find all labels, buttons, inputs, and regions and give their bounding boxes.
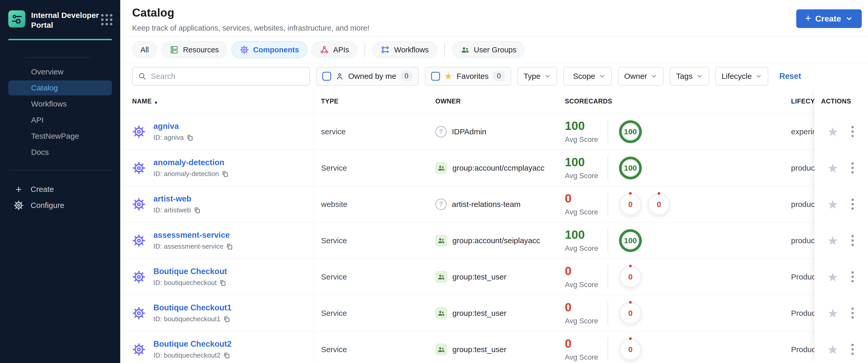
entity-id: ID: anomaly-detection bbox=[153, 170, 229, 178]
workflows-icon bbox=[381, 45, 390, 55]
portal-logo-icon bbox=[8, 10, 25, 28]
sidebar-item-docs[interactable]: Docs bbox=[8, 145, 112, 160]
kebab-menu-button[interactable] bbox=[850, 342, 855, 357]
scorecard-badge[interactable]: 0 bbox=[619, 302, 642, 325]
sidebar-item-workflows[interactable]: Workflows bbox=[8, 96, 112, 112]
entity-name-link[interactable]: agniva bbox=[153, 122, 193, 131]
entity-name-link[interactable]: Boutique Checkout bbox=[153, 267, 227, 276]
scorecard-badge[interactable]: 100 bbox=[619, 120, 642, 143]
copy-icon[interactable] bbox=[219, 279, 226, 286]
filter-dropdown-lifecycle[interactable]: Lifecycle bbox=[715, 67, 769, 86]
score-divider bbox=[608, 229, 608, 252]
score-divider bbox=[608, 192, 608, 216]
favorite-star-button[interactable]: ★ bbox=[827, 271, 838, 283]
tab-apis[interactable]: APIs bbox=[311, 41, 357, 58]
scorecard-badge[interactable]: 0 bbox=[619, 266, 642, 288]
scorecard-badge[interactable]: 100 bbox=[619, 157, 642, 179]
avg-score-label: Avg Score bbox=[565, 317, 598, 325]
tab-all[interactable]: All bbox=[132, 41, 157, 58]
column-header-type[interactable]: TYPE bbox=[321, 97, 338, 105]
entity-type: service bbox=[321, 114, 346, 150]
copy-icon[interactable] bbox=[226, 243, 233, 250]
favorite-star-button[interactable]: ★ bbox=[827, 307, 838, 320]
apps-grid-icon[interactable] bbox=[101, 14, 113, 25]
avg-score-value: 100 bbox=[565, 156, 585, 168]
favorite-star-button[interactable]: ★ bbox=[827, 343, 838, 356]
entity-name-link[interactable]: assessment-service bbox=[153, 231, 233, 240]
sidebar-item-testnewpage[interactable]: TestNewPage bbox=[8, 129, 112, 144]
sidebar-item-api[interactable]: API bbox=[8, 113, 112, 127]
column-header-owner[interactable]: OWNER bbox=[435, 97, 461, 105]
scorecard-badges: 0 bbox=[619, 331, 642, 363]
scorecard-badge[interactable]: 100 bbox=[619, 229, 642, 252]
kebab-menu-button[interactable] bbox=[850, 306, 855, 320]
reset-filters-link[interactable]: Reset bbox=[779, 71, 801, 81]
avg-score-value: 0 bbox=[565, 338, 571, 350]
kebab-menu-button[interactable] bbox=[850, 270, 855, 284]
table-header: NAME▲ TYPE OWNER SCORECARDS LIFECYCLE AC… bbox=[120, 89, 868, 113]
entity-cell: agniva ID: agniva bbox=[132, 114, 193, 150]
filter-dropdown-scope[interactable]: Scope bbox=[563, 67, 612, 86]
sidebar-item-catalog[interactable]: Catalog bbox=[8, 80, 112, 95]
favorite-star-button[interactable]: ★ bbox=[827, 125, 838, 138]
column-header-scorecards[interactable]: SCORECARDS bbox=[565, 97, 612, 105]
entity-id: ID: agniva bbox=[153, 133, 193, 142]
avg-score-value: 100 bbox=[565, 120, 585, 132]
entity-lifecycle: production bbox=[791, 222, 815, 259]
tab-workflows[interactable]: Workflows bbox=[372, 41, 437, 58]
favorites-checkbox[interactable] bbox=[431, 72, 440, 81]
copy-icon[interactable] bbox=[223, 315, 230, 323]
user-groups-icon bbox=[460, 45, 470, 55]
create-button[interactable]: + Create bbox=[796, 9, 862, 28]
owner-name: group:test_user bbox=[453, 345, 506, 354]
owner-name: group:test_user bbox=[453, 309, 506, 317]
filter-dropdown-tags[interactable]: Tags bbox=[670, 67, 709, 86]
favorites-filter[interactable]: ★ Favorites 0 bbox=[425, 67, 511, 86]
copy-icon[interactable] bbox=[193, 207, 201, 214]
tab-divider bbox=[444, 42, 445, 57]
scorecard-badge[interactable]: 0 bbox=[619, 193, 642, 216]
kebab-menu-button[interactable] bbox=[850, 197, 855, 211]
sidebar-footer-create[interactable]: +Create bbox=[8, 181, 112, 197]
scorecard-badge[interactable]: 0 bbox=[648, 193, 670, 216]
tab-resources[interactable]: Resources bbox=[161, 41, 227, 58]
entity-name-link[interactable]: anomaly-detection bbox=[153, 158, 229, 167]
filter-dropdown-type[interactable]: Type bbox=[518, 67, 557, 86]
column-header-lifecycle[interactable]: LIFECYCLE bbox=[791, 97, 816, 105]
entity-name-link[interactable]: Boutique Checkout2 bbox=[153, 339, 231, 349]
row-actions: ★ bbox=[814, 295, 868, 331]
filter-dropdown-owner[interactable]: Owner bbox=[618, 67, 663, 86]
favorite-star-icon: ★ bbox=[444, 71, 453, 81]
sidebar: Internal Developer Portal OverviewCatalo… bbox=[0, 0, 120, 363]
sidebar-item-overview[interactable]: Overview bbox=[8, 64, 112, 79]
kebab-menu-button[interactable] bbox=[850, 161, 855, 175]
component-gear-icon bbox=[132, 234, 146, 247]
copy-icon[interactable] bbox=[186, 134, 193, 141]
favorite-star-button[interactable]: ★ bbox=[827, 198, 838, 211]
score-divider bbox=[608, 338, 608, 361]
owner-name: group:account/ccmplayacc bbox=[453, 163, 545, 173]
entity-owner: ?IDPAdmin bbox=[435, 114, 486, 150]
owned-by-me-checkbox[interactable] bbox=[322, 72, 331, 81]
column-header-name[interactable]: NAME▲ bbox=[132, 97, 158, 105]
owned-by-me-label: Owned by me bbox=[348, 72, 396, 81]
scorecard-badge[interactable]: 0 bbox=[619, 338, 642, 361]
tab-user-groups[interactable]: User Groups bbox=[452, 41, 525, 58]
search-box[interactable] bbox=[132, 67, 310, 86]
search-input[interactable] bbox=[151, 72, 304, 81]
entity-name-link[interactable]: artist-web bbox=[153, 194, 201, 204]
copy-icon[interactable] bbox=[223, 352, 230, 359]
sidebar-nav: OverviewCatalogWorkflowsAPITestNewPageDo… bbox=[0, 64, 120, 160]
row-actions: ★ bbox=[814, 114, 868, 150]
avg-score-cell: 0 Avg Score bbox=[565, 295, 598, 331]
kebab-menu-button[interactable] bbox=[850, 124, 855, 139]
copy-icon[interactable] bbox=[221, 170, 229, 178]
sidebar-footer-configure[interactable]: Configure bbox=[8, 197, 112, 213]
favorite-star-button[interactable]: ★ bbox=[827, 162, 838, 174]
owner-name: group:account/seiplayacc bbox=[453, 236, 540, 245]
kebab-menu-button[interactable] bbox=[850, 233, 855, 248]
entity-name-link[interactable]: Boutique Checkout1 bbox=[153, 303, 231, 312]
owned-by-me-filter[interactable]: Owned by me 0 bbox=[316, 67, 419, 86]
tab-components[interactable]: Components bbox=[231, 41, 307, 58]
favorite-star-button[interactable]: ★ bbox=[827, 234, 838, 247]
